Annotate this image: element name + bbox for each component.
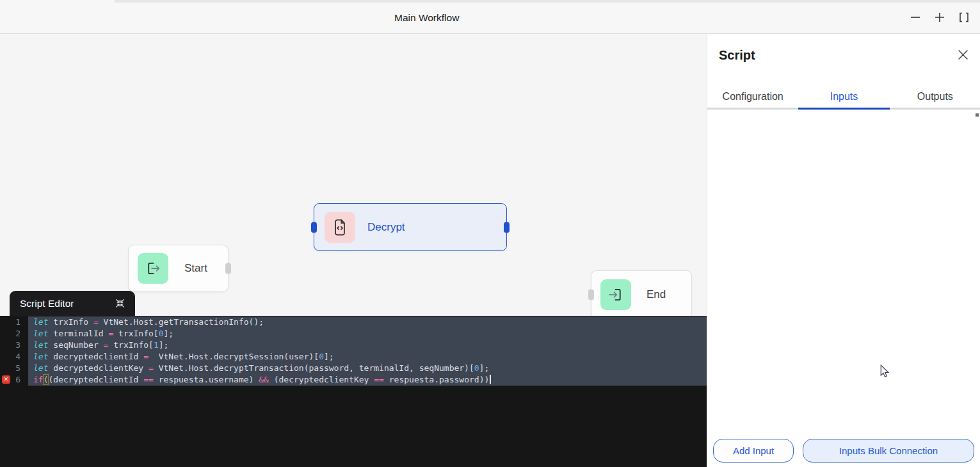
code-line[interactable]: let decryptedclientId = VtNet.Host.decry… (28, 351, 707, 363)
top-edge-strip (115, 0, 980, 3)
code-lines[interactable]: let trxInfo = VtNet.Host.getTransactionI… (28, 316, 707, 467)
code-line[interactable]: if((decryptedclientId == respuesta.usern… (28, 374, 707, 386)
code-line[interactable]: let decryptedclientKey = VtNet.Host.decr… (28, 363, 707, 374)
zoom-in-button[interactable] (930, 8, 949, 26)
line-number: 3 (0, 340, 28, 351)
gutter: 12345✕6 (0, 316, 28, 467)
decrypt-output-handle[interactable] (504, 222, 510, 233)
start-arrow-icon (138, 253, 168, 284)
fit-view-button[interactable] (954, 8, 974, 26)
line-number: 5 (0, 363, 28, 374)
tab-inputs[interactable]: Inputs (798, 84, 889, 110)
script-editor-tab[interactable]: Script Editor (10, 291, 135, 316)
node-label: Start (184, 262, 207, 275)
close-panel-button[interactable] (958, 49, 968, 60)
text-caret (490, 375, 491, 384)
tab-configuration[interactable]: Configuration (707, 84, 798, 108)
close-icon (958, 49, 968, 60)
code-line[interactable]: let trxInfo = VtNet.Host.getTransactionI… (28, 316, 707, 328)
top-bar: Main Workflow (0, 0, 980, 34)
node-start[interactable]: Start (128, 245, 229, 292)
fit-view-icon (958, 12, 970, 23)
line-number: 2 (0, 328, 28, 340)
zoom-out-icon (910, 12, 921, 23)
decrypt-input-handle[interactable] (311, 222, 317, 233)
panel-title: Script (719, 48, 755, 63)
panel-tabs: Configuration Inputs Outputs (707, 84, 980, 110)
script-editor: Script Editor 12345✕6 let trxInfo = VtNe… (0, 291, 707, 467)
canvas-controls (906, 8, 974, 26)
error-icon: ✕ (2, 375, 10, 384)
inputs-bulk-connection-button[interactable]: Inputs Bulk Connection (803, 439, 974, 463)
script-editor-title: Script Editor (20, 298, 74, 309)
add-input-button[interactable]: Add Input (713, 439, 794, 463)
panel-footer: Add Input Inputs Bulk Connection (713, 439, 974, 463)
workflow-title: Main Workflow (394, 12, 459, 24)
start-output-handle[interactable] (225, 263, 231, 274)
line-number: 4 (0, 351, 28, 363)
scrollbar-thumb[interactable] (976, 113, 979, 117)
node-label: Decrypt (367, 221, 405, 234)
script-config-panel: Script Configuration Inputs Outputs Add … (707, 34, 980, 467)
collapse-icon[interactable] (115, 298, 125, 309)
code-line[interactable]: let seqNumber = trxInfo[1]; (28, 340, 707, 351)
code-editor[interactable]: 12345✕6 let trxInfo = VtNet.Host.getTran… (0, 316, 707, 467)
tab-outputs[interactable]: Outputs (890, 84, 980, 108)
zoom-out-button[interactable] (906, 8, 925, 26)
zoom-in-icon (934, 12, 945, 23)
node-decrypt[interactable]: Decrypt (314, 203, 507, 251)
line-number: 1 (0, 316, 28, 328)
code-file-icon (325, 212, 355, 243)
line-number: ✕6 (0, 374, 28, 386)
code-line[interactable]: let terminalId = trxInfo[0]; (28, 328, 707, 340)
